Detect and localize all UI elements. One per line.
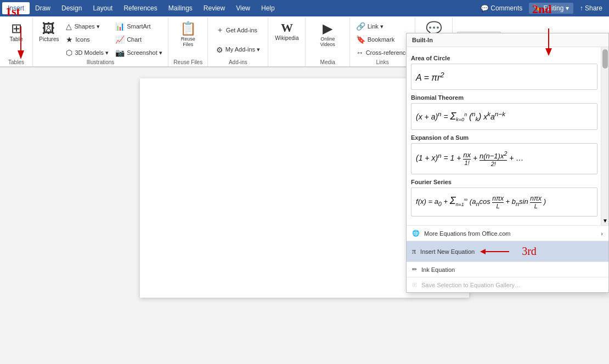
link-button[interactable]: 🔗 Link ▾ <box>353 21 412 32</box>
tab-layout[interactable]: Layout <box>87 2 118 14</box>
links-group-label: Links <box>376 59 388 66</box>
eq-card-expansion[interactable]: (1 + x)n = 1 + nx 1! + n(n−1)x2 2! + … <box>411 143 597 174</box>
eq-section-expansion-title: Expansion of a Sum <box>411 134 597 141</box>
links-content: 🔗 Link ▾ 🔖 Bookmark ↔ Cross-reference <box>353 20 412 59</box>
eq-formula-fourier: f(x) = a0 + Σn=1∞ (ancos nπx L + bnsin n… <box>416 192 593 212</box>
smartart-button[interactable]: 📊 SmartArt <box>112 21 165 32</box>
screenshot-button[interactable]: 📷 Screenshot ▾ <box>112 47 165 58</box>
ribbon-group-reuse: 📋 Reuse Files Reuse Files <box>168 18 208 66</box>
save-selection-label: Save Selection to Equation Gallery… <box>421 282 521 288</box>
3d-models-icon: ⬡ <box>66 48 72 57</box>
tables-group-label: Tables <box>8 59 24 66</box>
more-equations-arrow: › <box>601 230 603 237</box>
scroll-track[interactable]: ▼ <box>601 47 608 225</box>
pi-icon: π <box>412 247 416 256</box>
editing-button[interactable]: ✏️ Editing ▾ <box>529 3 573 14</box>
tab-right-actions: 💬 Comments ✏️ Editing ▾ ↑ Share <box>476 3 607 14</box>
online-videos-icon: ▶ <box>323 22 332 35</box>
chart-icon: 📈 <box>115 35 125 44</box>
illustrations-col: △ Shapes ▾ ★ Icons ⬡ 3D Models ▾ <box>63 20 111 59</box>
get-addins-icon: ＋ <box>216 25 224 35</box>
pictures-button[interactable]: 🖼 Pictures <box>36 20 62 44</box>
tab-insert[interactable]: Insert <box>2 2 30 14</box>
3d-models-button[interactable]: ⬡ 3D Models ▾ <box>63 47 111 58</box>
shapes-button[interactable]: △ Shapes ▾ <box>63 21 111 32</box>
ribbon-group-media: ▶ Online Videos Media <box>306 18 350 66</box>
equation-scroll-wrapper: Area of Circle A = πr2 Binomial Theorem … <box>407 47 608 225</box>
wikipedia-icon: W <box>281 22 293 34</box>
eq-formula-binomial: (x + a)n = Σk=0n (nk) xkan−k <box>416 108 593 124</box>
eq-section-area-title: Area of Circle <box>411 55 597 61</box>
more-equations-item[interactable]: 🌐 More Equations from Office.com › <box>407 225 608 241</box>
reuse-label: Reuse Files <box>175 36 201 47</box>
pictures-label: Pictures <box>39 36 59 42</box>
icons-button[interactable]: ★ Icons <box>63 34 111 45</box>
ink-equation-item[interactable]: ✏ Ink Equation <box>407 261 608 277</box>
chart-button[interactable]: 📈 Chart <box>112 34 165 45</box>
illustrations-col2: 📊 SmartArt 📈 Chart 📷 Screenshot ▾ <box>112 20 165 59</box>
equation-panel-header: Built-In <box>407 33 608 47</box>
scroll-down-arrow[interactable]: ▼ <box>601 217 608 224</box>
cross-reference-button[interactable]: ↔ Cross-reference <box>353 47 412 58</box>
links-col: 🔗 Link ▾ 🔖 Bookmark ↔ Cross-reference <box>353 20 412 59</box>
bookmark-label: Bookmark <box>368 36 395 43</box>
insert-new-equation-item[interactable]: π Insert New Equation 3rd <box>407 241 608 261</box>
comments-button[interactable]: 💬 Comments <box>476 3 527 14</box>
online-videos-button[interactable]: ▶ Online Videos <box>309 20 346 49</box>
svg-marker-5 <box>480 249 486 254</box>
globe-icon: 🌐 <box>412 230 420 237</box>
arrow-3rd <box>479 246 512 258</box>
reuse-files-button[interactable]: 📋 Reuse Files <box>172 20 204 49</box>
table-button[interactable]: ⊞ Table <box>4 20 29 44</box>
wikipedia-label: Wikipedia <box>275 35 298 41</box>
smartart-label: SmartArt <box>127 23 150 30</box>
tables-content: ⊞ Table <box>4 20 29 59</box>
eq-formula-area: A = πr2 <box>416 69 593 85</box>
tab-mailings[interactable]: Mailings <box>163 2 198 14</box>
link-icon: 🔗 <box>356 22 365 31</box>
tab-design[interactable]: Design <box>56 2 87 14</box>
ink-equation-label: Ink Equation <box>421 266 455 273</box>
wikipedia-content: W Wikipedia <box>272 20 302 65</box>
icons-icon: ★ <box>66 35 73 44</box>
shapes-icon: △ <box>66 22 72 31</box>
ribbon-group-illustrations: 🖼 Pictures △ Shapes ▾ ★ Icons ⬡ 3D Model… <box>33 18 168 66</box>
get-addins-button[interactable]: ＋ Get Add-ins <box>213 24 263 36</box>
share-button[interactable]: ↑ Share <box>576 3 607 14</box>
eq-card-fourier[interactable]: f(x) = a0 + Σn=1∞ (ancos nπx L + bnsin n… <box>411 187 597 217</box>
chart-label: Chart <box>127 36 142 43</box>
eq-section-binomial-title: Binomial Theorem <box>411 94 597 101</box>
wikipedia-button[interactable]: W Wikipedia <box>272 20 302 43</box>
cross-reference-icon: ↔ <box>356 48 364 57</box>
tab-help[interactable]: Help <box>256 2 280 14</box>
my-addins-button[interactable]: ⚙ My Add-ins ▾ <box>213 44 263 55</box>
tab-view[interactable]: View <box>230 2 256 14</box>
more-equations-label: More Equations from Office.com <box>424 230 511 237</box>
table-icon: ⊞ <box>11 22 22 35</box>
tab-references[interactable]: References <box>118 2 162 14</box>
ink-icon: ✏ <box>412 266 417 273</box>
tab-review[interactable]: Review <box>198 2 230 14</box>
save-selection-item: ⊞ Save Selection to Equation Gallery… <box>407 277 608 292</box>
get-addins-label: Get Add-ins <box>226 27 257 33</box>
equation-scroll-area: Area of Circle A = πr2 Binomial Theorem … <box>407 47 608 225</box>
bookmark-button[interactable]: 🔖 Bookmark <box>353 34 412 45</box>
my-addins-icon: ⚙ <box>216 46 223 54</box>
my-addins-label: My Add-ins ▾ <box>225 46 260 53</box>
illustrations-content: 🖼 Pictures △ Shapes ▾ ★ Icons ⬡ 3D Model… <box>36 20 165 59</box>
insert-new-equation-label: Insert New Equation <box>420 248 475 255</box>
media-group-label: Media <box>320 59 335 66</box>
link-label: Link ▾ <box>368 23 384 30</box>
media-content: ▶ Online Videos <box>309 20 346 59</box>
3d-models-label: 3D Models ▾ <box>75 49 109 56</box>
eq-section-fourier-title: Fourier Series <box>411 179 597 185</box>
tab-draw[interactable]: Draw <box>30 2 56 14</box>
addins-content: ＋ Get Add-ins ⚙ My Add-ins ▾ <box>213 20 263 59</box>
scroll-thumb[interactable] <box>602 49 608 69</box>
eq-card-area[interactable]: A = πr2 <box>411 64 597 90</box>
table-label: Table <box>10 36 23 42</box>
icons-label: Icons <box>75 36 89 43</box>
illustrations-group-label: Illustrations <box>87 59 115 66</box>
smartart-icon: 📊 <box>115 22 125 31</box>
eq-card-binomial[interactable]: (x + a)n = Σk=0n (nk) xkan−k <box>411 103 597 129</box>
